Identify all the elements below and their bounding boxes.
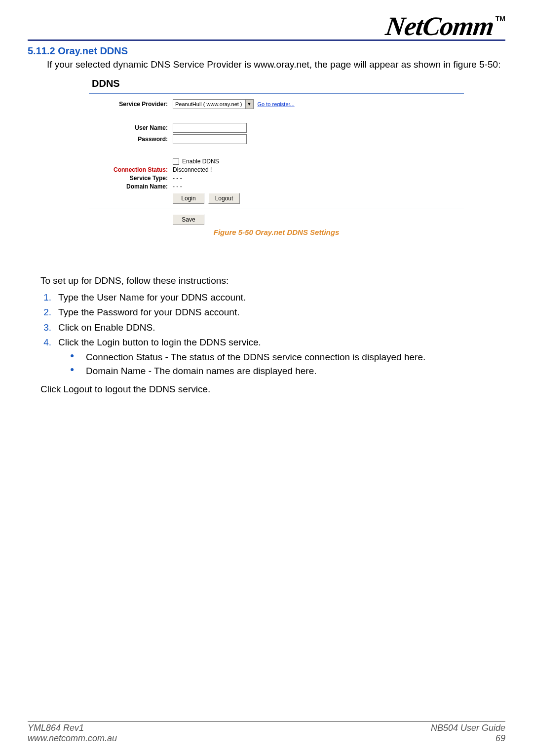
instructions-lead: To set up for DDNS, follow these instruc… [40, 274, 505, 288]
chevron-down-icon: ▼ [245, 100, 253, 109]
panel-title: DDNS [92, 78, 464, 89]
username-input[interactable] [173, 123, 247, 133]
row-service-type: Service Type: - - - [89, 175, 464, 182]
value-domain-name: - - - [173, 183, 182, 190]
bullet-text: Connection Status - The status of the DD… [86, 350, 425, 364]
logo-text: NetComm [383, 11, 495, 41]
step-text: Type the User Name for your DDNS account… [58, 291, 505, 304]
sub-bullets: •Connection Status - The status of the D… [58, 350, 505, 378]
row-username: User Name: [89, 123, 464, 133]
header-divider [28, 39, 505, 41]
go-to-register-link[interactable]: Go to register... [258, 101, 295, 107]
step-text: Click on Enable DDNS. [58, 321, 505, 335]
service-provider-select[interactable]: PeanutHull ( www.oray.net ) ▼ [173, 99, 254, 109]
value-connection-status: Disconnected ! [173, 166, 212, 173]
row-enable-ddns: Enable DDNS [89, 158, 464, 165]
login-button[interactable]: Login [173, 193, 204, 204]
step-number: 1. [40, 291, 58, 304]
label-enable-ddns: Enable DDNS [182, 158, 219, 165]
bullet-icon: • [58, 350, 86, 364]
row-connection-status: Connection Status: Disconnected ! [89, 166, 464, 173]
label-domain-name: Domain Name: [89, 183, 173, 190]
row-domain-name: Domain Name: - - - [89, 183, 464, 190]
label-username: User Name: [89, 124, 173, 131]
screenshot-figure: DDNS Service Provider: PeanutHull ( www.… [89, 74, 464, 236]
label-service-type: Service Type: [89, 175, 173, 182]
section-heading: 5.11.2 Oray.net DDNS [28, 45, 128, 57]
footer-rev: YML864 Rev1 [28, 723, 117, 734]
select-value: PeanutHull ( www.oray.net ) [175, 101, 245, 107]
step-text: Type the Password for your DDNS account. [58, 305, 505, 319]
logout-button[interactable]: Logout [208, 193, 240, 204]
value-service-type: - - - [173, 175, 182, 182]
closing-text: Click Logout to logout the DDNS service. [40, 382, 505, 396]
label-service-provider: Service Provider: [89, 101, 173, 108]
document-page: NetComm TM 5.11.2 Oray.net DDNS If your … [0, 0, 533, 756]
brand-logo: NetComm TM [386, 11, 505, 41]
enable-ddns-checkbox[interactable] [173, 158, 179, 165]
footer-guide: NB504 User Guide [431, 723, 505, 734]
intro-text: If your selected dynamic DNS Service Pro… [47, 59, 505, 70]
row-password: Password: [89, 134, 464, 144]
step-text: Click the Login button to login the DDNS… [58, 337, 261, 347]
row-service-provider: Service Provider: PeanutHull ( www.oray.… [89, 99, 464, 109]
save-button[interactable]: Save [173, 214, 204, 225]
page-footer: YML864 Rev1 www.netcomm.com.au NB504 Use… [28, 723, 505, 744]
ordered-steps: 1.Type the User Name for your DDNS accou… [40, 291, 505, 378]
password-input[interactable] [173, 134, 247, 144]
trademark-symbol: TM [495, 15, 505, 23]
footer-divider [28, 721, 505, 721]
footer-url: www.netcomm.com.au [28, 733, 117, 744]
row-login-buttons: Login Logout [89, 193, 464, 204]
row-save: Save [89, 214, 464, 225]
figure-caption: Figure 5-50 Oray.net DDNS Settings [89, 228, 464, 236]
bullet-icon: • [58, 364, 86, 378]
instructions-block: To set up for DDNS, follow these instruc… [40, 274, 505, 399]
label-password: Password: [89, 136, 173, 143]
label-connection-status: Connection Status: [89, 166, 173, 173]
step-number: 2. [40, 305, 58, 319]
footer-page-number: 69 [431, 733, 505, 744]
bullet-text: Domain Name - The domain names are displ… [86, 364, 317, 378]
divider [89, 93, 464, 94]
divider [89, 209, 464, 209]
step-number: 4. [40, 336, 58, 378]
step-number: 3. [40, 321, 58, 335]
